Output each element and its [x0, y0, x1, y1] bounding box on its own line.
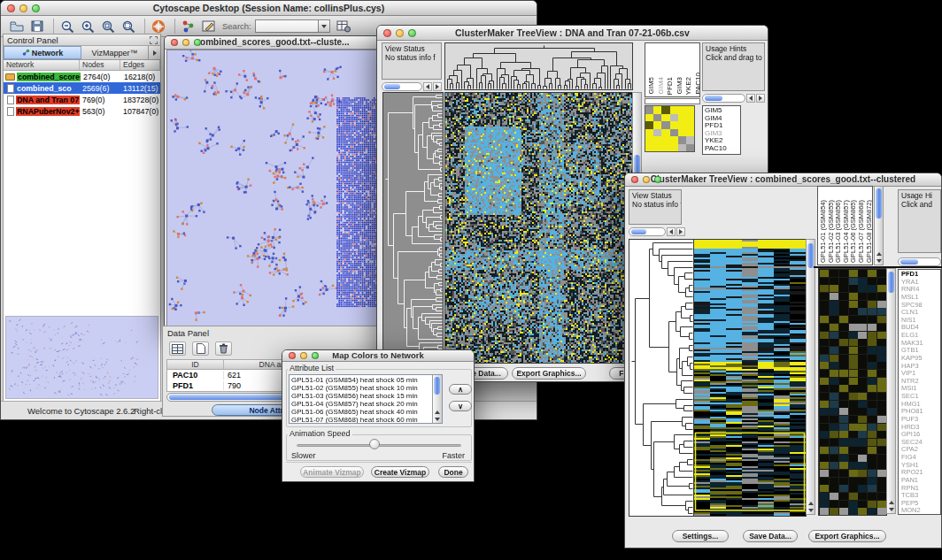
heatmap-cell[interactable] [661, 114, 669, 122]
heatmap-cell[interactable] [653, 106, 661, 114]
scroll-thumb[interactable] [900, 259, 918, 265]
heatmap-cell[interactable] [686, 106, 694, 114]
delete-attribute-button[interactable] [215, 341, 232, 356]
minimize-button[interactable] [19, 4, 27, 12]
tab-network[interactable]: Network [4, 46, 81, 59]
zoom-selected-button[interactable] [99, 18, 117, 35]
tab-overflow-button[interactable] [149, 46, 160, 59]
network-view-title-bar[interactable]: combined_scores_good.txt--cluste... [165, 36, 380, 50]
scroll-track[interactable] [702, 94, 745, 103]
heatmap-cell[interactable] [661, 106, 669, 114]
row-dendrogram[interactable] [629, 239, 694, 517]
attribute-list-item[interactable]: GPL51-02 (GSM855) heat shock 10 min [291, 384, 442, 392]
heatmap-cell[interactable] [653, 129, 661, 137]
scroll-arrows[interactable] [875, 250, 883, 265]
search-input[interactable] [255, 19, 319, 33]
treeview2-title-bar[interactable]: ClusterMaker TreeView : combined_scores_… [625, 173, 941, 187]
heatmap-cell[interactable] [645, 106, 653, 114]
tree-nav-scrollbar[interactable] [382, 81, 442, 92]
heatmap-cell[interactable] [670, 114, 678, 122]
scroll-track[interactable] [382, 82, 422, 91]
close-button[interactable] [289, 352, 296, 359]
export-graphics-button[interactable]: Export Graphics... [512, 367, 586, 380]
scroll-right-button[interactable] [676, 227, 685, 236]
attribute-list-item[interactable]: GPL51-04 (GSM857) heat shock 20 min [291, 400, 442, 408]
detail-heatmap[interactable] [645, 105, 695, 152]
network-column-header[interactable]: Edges [120, 60, 160, 70]
network-overview-button[interactable] [180, 18, 197, 35]
detail-heatmap[interactable] [818, 268, 887, 516]
heatmap-cell[interactable] [661, 136, 669, 144]
heatmap-cell[interactable] [645, 114, 653, 122]
attribute-browser-button[interactable] [335, 18, 352, 35]
attribute-list[interactable]: GPL51-01 (GSM854) heat shock 05 minGPL51… [289, 374, 443, 424]
open-session-button[interactable] [8, 18, 26, 35]
scroll-arrows[interactable] [807, 500, 815, 514]
scroll-thumb[interactable] [705, 96, 722, 101]
dialog-title-bar[interactable]: Map Colors to Network [282, 350, 474, 362]
attribute-list-item[interactable]: GPL51-03 (GSM856) heat shock 15 min [291, 392, 442, 400]
heatmap-cell[interactable] [678, 121, 686, 129]
close-button[interactable] [631, 176, 638, 183]
close-button[interactable] [171, 39, 178, 46]
main-title-bar[interactable]: Cytoscape Desktop (Session Name: collins… [1, 1, 537, 16]
minimize-button[interactable] [182, 39, 189, 46]
column-label[interactable]: GPL51-08 (GSM872) [866, 200, 873, 263]
gene-nav-scrollbar[interactable] [898, 257, 941, 267]
vizmapper-button[interactable] [200, 18, 218, 35]
column-dendrogram[interactable] [444, 42, 633, 90]
animate-vizmap-button[interactable]: Animate Vizmap [300, 466, 364, 478]
speed-slider-thumb[interactable] [369, 439, 380, 449]
save-data-button[interactable]: Save Data... [743, 530, 798, 542]
create-vizmap-button[interactable]: Create Vizmap [371, 466, 429, 478]
zoom-button[interactable] [32, 4, 40, 12]
heatmap-cell[interactable] [661, 129, 669, 137]
network-overview-thumbnail[interactable] [5, 316, 158, 399]
global-heatmap[interactable] [693, 239, 807, 517]
heatmap-cell[interactable] [670, 144, 678, 152]
column-label-scrollbar[interactable] [874, 186, 884, 265]
column-label[interactable]: GIM4 [657, 77, 666, 95]
zoom-button[interactable] [408, 29, 416, 37]
detail-vscrollbar[interactable] [886, 268, 896, 514]
scroll-arrows[interactable] [887, 499, 895, 513]
heatmap-cell[interactable] [653, 121, 661, 129]
network-graph-canvas[interactable] [166, 50, 380, 327]
heatmap-cell[interactable] [678, 106, 686, 114]
minimize-button[interactable] [300, 352, 307, 359]
scroll-thumb[interactable] [888, 272, 894, 293]
zoom-button[interactable] [194, 39, 201, 46]
help-button[interactable] [150, 18, 167, 35]
heatmap-cell[interactable] [686, 114, 694, 122]
row-dendrogram[interactable] [382, 92, 444, 364]
scroll-left-button[interactable] [667, 227, 676, 236]
select-attributes-button[interactable] [169, 341, 186, 356]
close-button[interactable] [383, 29, 391, 37]
heatmap-cell[interactable] [678, 114, 686, 122]
scroll-thumb[interactable] [384, 84, 400, 89]
attribute-list-item[interactable]: GPL51-01 (GSM854) heat shock 05 min [291, 376, 442, 384]
network-column-header[interactable]: Nodes [80, 60, 120, 70]
zoom-fit-button[interactable] [120, 18, 137, 35]
scroll-right-button[interactable] [433, 82, 442, 91]
scroll-right-button[interactable] [756, 94, 765, 103]
move-up-button[interactable]: ∧ [449, 384, 472, 395]
column-label[interactable]: GIM5 [647, 77, 656, 95]
done-button[interactable]: Done [438, 466, 468, 478]
minimize-button[interactable] [643, 176, 650, 183]
heatmap-cell[interactable] [678, 136, 686, 144]
detail-nav-scrollbar[interactable] [702, 93, 765, 104]
list-scrollbar[interactable] [432, 375, 442, 423]
settings-button[interactable]: Settings... [672, 530, 729, 542]
attribute-list-item[interactable]: GPL51-07 (GSM868) heat shock 60 min [291, 416, 442, 424]
heatmap-cell[interactable] [686, 129, 694, 137]
network-column-header[interactable]: Network [4, 60, 80, 70]
zoom-in-button[interactable] [79, 18, 97, 35]
heatmap-cell[interactable] [678, 129, 686, 137]
tab-vizmapper[interactable]: VizMapper™ [81, 46, 149, 59]
minimize-button[interactable] [396, 29, 404, 37]
attribute-column-header[interactable]: ID [167, 360, 224, 369]
heatmap-cell[interactable] [653, 136, 661, 144]
scroll-thumb[interactable] [434, 377, 440, 395]
float-panel-icon[interactable] [150, 36, 158, 44]
